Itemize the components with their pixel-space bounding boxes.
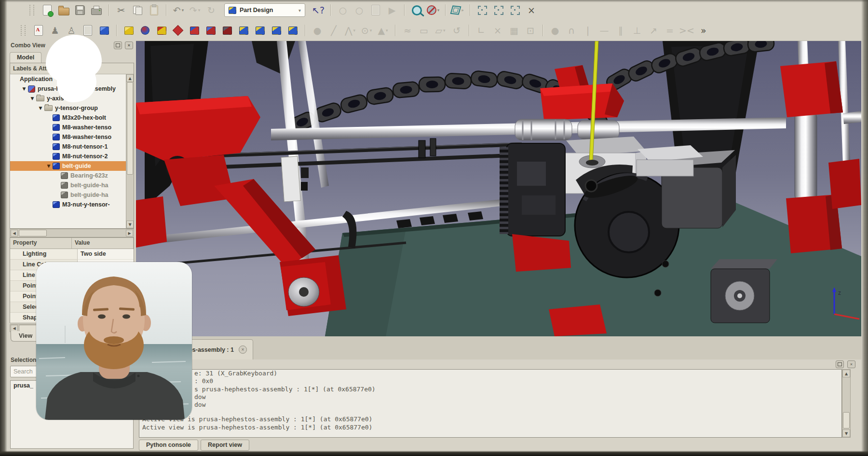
scroll-down-button[interactable]: ▼ [842,429,850,437]
toolbar-handle[interactable] [21,25,26,36]
tree-item-m3x20-hex-bolt[interactable]: M3x20-hex-bolt [10,113,126,123]
console-vertical-scrollbar[interactable]: ▲ ▼ [842,369,851,438]
undo-icon[interactable]: ↶▾ [170,2,187,18]
property-column-header[interactable]: Property [10,238,72,249]
workbench-selector[interactable]: Part Design▾ [224,3,305,17]
python-console-output[interactable]: e: 31 (X_GrabKeyboard): 0x0s prusa-hephe… [139,369,842,438]
scroll-thumb[interactable] [127,82,133,175]
revolve-icon[interactable] [137,23,153,38]
copy-icon[interactable] [129,2,146,18]
tree-vertical-scrollbar[interactable]: ▲ ▼ [126,74,134,228]
tree-item-y-tensor-group[interactable]: ▼y-tensor-group [10,103,126,113]
value-column-header[interactable]: Value [72,238,134,249]
property-value[interactable]: Two side [78,249,134,260]
isometric-view-icon[interactable]: » [449,2,466,18]
expander-icon[interactable]: ▼ [38,106,43,111]
folder-icon [44,105,53,111]
chamfer-icon[interactable] [252,23,268,38]
fit-all-icon[interactable] [408,2,425,18]
dock-float-button[interactable] [114,41,122,49]
toolbar-separator [470,4,470,16]
toolbar-overflow-icon[interactable]: » [695,23,712,38]
fillet-icon[interactable] [235,23,252,38]
console-line [139,409,841,415]
tree-item-label: Application [20,76,53,83]
scroll-down-button[interactable]: ▼ [126,221,134,228]
open-file-icon[interactable] [55,2,72,18]
tree-item-m8-nut-tensor-2[interactable]: M8-nut-tensor-2 [10,152,126,161]
copy-icon [133,6,142,15]
dock-float-button[interactable] [836,360,844,368]
cut-icon[interactable]: ✂ [113,2,129,18]
tab-python-console[interactable]: Python console [139,440,198,451]
selection-box-icon-2 [494,6,503,15]
macro-stop-icon: ○ [355,6,364,15]
tab-close-icon[interactable]: × [239,345,247,354]
carbon-copy-icon: ⊡ [522,23,539,38]
whats-this-icon[interactable]: ↖? [310,2,326,18]
scroll-up-button[interactable]: ▲ [126,74,134,82]
save-icon[interactable] [72,2,88,18]
part-muted-icon [61,172,68,179]
tree-item-belt-guide-ha[interactable]: belt-guide-ha [10,190,126,200]
dock-close-button[interactable]: × [847,360,855,368]
clip-plane-icon[interactable]: × [523,2,540,18]
expander-icon[interactable]: ▼ [29,96,35,101]
draw-style-icon[interactable]: ▾ [425,2,441,18]
tree-horizontal-scrollbar[interactable]: ◀ ▶ [10,229,134,237]
console-line: s prusa-hephestos-assembly : 1[*] (at 0x… [139,386,841,393]
toolbar-separator [116,25,117,36]
tree-item-m3-nut-y-tensor-[interactable]: M3-nut-y-tensor- [10,200,126,209]
lock-constraint-icon: ● [547,23,563,38]
scroll-thumb[interactable] [19,230,47,236]
thickness-icon[interactable] [285,23,301,38]
chamfer-icon [256,27,265,35]
part-body-icon[interactable]: ♟ [47,23,63,38]
tree-item-bearing-623z[interactable]: Bearing-623z [10,171,126,180]
whats-this-icon: ↖? [312,6,325,15]
tree-item-m8-washer-tenso[interactable]: M8-washer-tenso [10,123,126,132]
part-icon [53,114,60,121]
draft-icon[interactable] [268,23,285,38]
tree-item-belt-guide-ha[interactable]: belt-guide-ha [10,180,126,190]
fillet-icon [239,27,248,35]
refresh-icon: ↻ [203,2,219,18]
groove-icon[interactable] [170,23,186,38]
selection-box-icon-3[interactable] [507,2,523,18]
eye-left [98,315,106,319]
console-line: e: 31 (X_GrabKeyboard) [139,370,841,377]
pad-icon[interactable] [121,23,137,38]
selection-box-icon-2[interactable] [490,2,507,18]
toolbar-handle[interactable] [29,5,34,15]
expander-icon[interactable]: ▼ [46,164,52,168]
new-file-icon[interactable] [39,2,55,18]
scroll-right-button[interactable]: ▶ [126,230,133,236]
boolean-cut-icon[interactable] [186,23,203,38]
pocket-icon[interactable] [153,23,170,38]
scroll-up-button[interactable]: ▲ [842,370,850,377]
3d-viewport[interactable]: z x [136,41,861,337]
sketch-line-icon: ╱ [326,23,342,38]
part-icon [53,201,60,208]
scroll-thumb[interactable] [843,412,850,428]
scroll-left-button[interactable]: ◀ [11,230,18,236]
tree-item-m8-washer-tenso[interactable]: M8-washer-tenso [10,132,126,142]
sketch-line-icon: ╱ [331,26,336,35]
tab-report-view[interactable]: Report view [201,440,249,451]
property-row[interactable]: LightingTwo side [10,249,134,260]
part-box-icon[interactable] [96,23,112,38]
export-pdf-icon[interactable] [30,23,47,38]
dock-close-button[interactable]: × [125,41,133,49]
tree-item-m8-nut-tensor-1[interactable]: M8-nut-tensor-1 [10,142,126,152]
boolean-union-icon[interactable] [203,23,219,38]
tab-model[interactable]: Model [10,52,41,63]
print-icon[interactable] [88,2,105,18]
boolean-common-icon[interactable] [219,23,235,38]
selection-box-icon-1[interactable] [474,2,490,18]
expander-icon[interactable]: ▼ [21,86,27,91]
tree-item-label: Bearing-623z [70,172,108,179]
tree-item-belt-guide[interactable]: ▼belt-guide [10,161,126,171]
chevron-down-icon: ▾ [298,8,301,13]
vertical-constraint-icon: | [580,23,596,38]
parallel-constraint-icon: ∥ [618,26,623,35]
